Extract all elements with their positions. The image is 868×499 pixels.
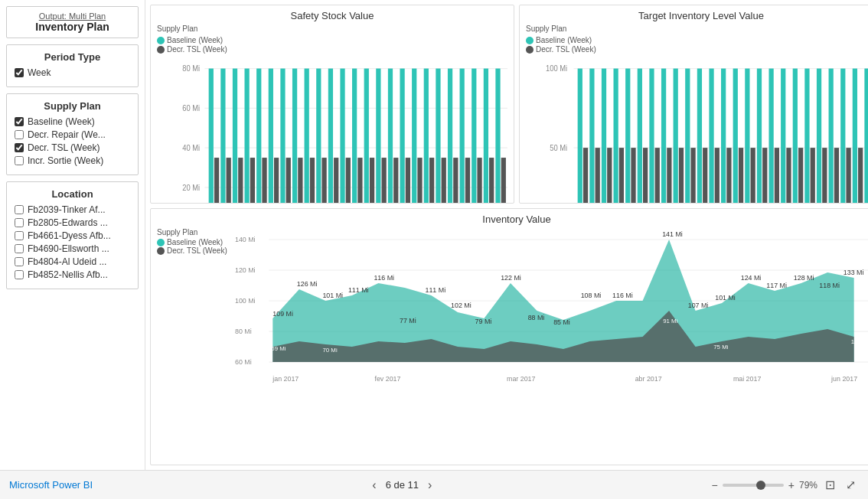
svg-rect-57 — [489, 158, 494, 204]
period-week-checkbox[interactable] — [15, 68, 24, 77]
supply-baseline-checkbox[interactable] — [15, 117, 24, 126]
zoom-minus-icon[interactable]: − — [712, 479, 718, 491]
svg-text:116 Mi: 116 Mi — [612, 292, 633, 299]
target-tsl-dot — [526, 46, 534, 54]
svg-rect-77 — [625, 69, 630, 204]
svg-text:100 Mi: 100 Mi — [546, 63, 567, 73]
svg-rect-89 — [697, 69, 702, 204]
svg-rect-80 — [643, 148, 648, 204]
svg-text:102 Mi: 102 Mi — [451, 302, 472, 309]
svg-rect-81 — [649, 69, 654, 204]
svg-rect-35 — [357, 158, 362, 204]
location-options: Fb2039-Tinker Af... Fb2805-Edwards ... F… — [15, 204, 130, 280]
svg-text:101 Mi: 101 Mi — [322, 292, 343, 299]
loc-edwards-checkbox[interactable] — [15, 218, 24, 227]
prev-page-button[interactable]: ‹ — [369, 478, 379, 492]
svg-rect-50 — [448, 69, 452, 204]
supply-repair-checkbox[interactable] — [15, 130, 24, 139]
svg-rect-84 — [667, 148, 671, 204]
supply-tsl-option[interactable]: Decr. TSL (Week) — [15, 142, 130, 153]
target-baseline-dot — [526, 37, 534, 44]
svg-rect-18 — [256, 69, 261, 204]
zoom-plus-icon[interactable]: + — [788, 479, 795, 491]
inv-legend-baseline: Baseline (Week) — [157, 238, 227, 246]
inv-legend-tsl: Decr. TSL (Week) — [157, 246, 227, 255]
fit-page-button[interactable]: ⊡ — [822, 476, 838, 494]
zoom-slider[interactable] — [723, 484, 784, 487]
loc-ellsworth-checkbox[interactable] — [15, 244, 24, 253]
svg-rect-56 — [484, 69, 488, 204]
supply-tsl-checkbox[interactable] — [15, 143, 24, 152]
zoom-controls: − + 79% ⊡ ⤢ — [712, 476, 859, 494]
output-label: Output: Multi Plan — [15, 11, 130, 21]
svg-rect-42 — [400, 69, 404, 204]
supply-sortie-checkbox[interactable] — [15, 156, 24, 165]
svg-rect-100 — [762, 148, 767, 204]
output-title: Inventory Plan — [15, 21, 130, 33]
svg-rect-86 — [679, 148, 684, 204]
svg-text:80 Mi: 80 Mi — [235, 328, 252, 335]
loc-ellsworth-option[interactable]: Fb4690-Ellsworth ... — [15, 243, 130, 254]
svg-rect-25 — [298, 158, 302, 204]
svg-rect-106 — [798, 148, 803, 204]
loc-edwards-option[interactable]: Fb2805-Edwards ... — [15, 217, 130, 228]
loc-nellis-checkbox[interactable] — [15, 270, 24, 279]
supply-baseline-option[interactable]: Baseline (Week) — [15, 116, 130, 127]
svg-rect-98 — [751, 148, 755, 204]
supply-repair-option[interactable]: Decr. Repair (We... — [15, 129, 130, 140]
svg-text:85 Mi: 85 Mi — [553, 318, 570, 326]
svg-text:109 Mi: 109 Mi — [272, 310, 293, 318]
loc-udeid-option[interactable]: Fb4804-Al Udeid ... — [15, 256, 130, 267]
target-baseline-label: Baseline (Week) — [536, 36, 592, 44]
period-type-title: Period Type — [15, 51, 130, 63]
svg-rect-117 — [864, 69, 868, 204]
powerbi-link[interactable]: Microsoft Power BI — [9, 479, 93, 491]
fullscreen-button[interactable]: ⤢ — [843, 476, 859, 494]
loc-udeid-checkbox[interactable] — [15, 257, 24, 266]
svg-rect-111 — [829, 69, 834, 204]
svg-rect-103 — [781, 69, 785, 204]
svg-text:111 Mi: 111 Mi — [425, 286, 445, 294]
svg-text:124 Mi: 124 Mi — [740, 274, 761, 282]
period-week-option[interactable]: Week — [15, 67, 130, 78]
loc-dyess-option[interactable]: Fb4661-Dyess Afb... — [15, 230, 130, 241]
inv-tsl-label: Decr. TSL (Week) — [167, 246, 227, 255]
target-inventory-chart: Target Inventory Level Value Supply Plan… — [519, 5, 868, 204]
svg-rect-11 — [214, 158, 219, 204]
inventory-value-svg: 140 Mi 120 Mi 100 Mi 80 Mi 60 Mi — [235, 228, 868, 396]
svg-text:79 Mi: 79 Mi — [475, 318, 491, 325]
svg-text:88 Mi: 88 Mi — [527, 314, 544, 321]
inv-baseline-label: Baseline (Week) — [167, 238, 223, 246]
svg-rect-40 — [388, 69, 393, 204]
loc-nellis-option[interactable]: Fb4852-Nellis Afb... — [15, 269, 130, 280]
svg-rect-101 — [768, 69, 773, 204]
svg-text:jan 2017: jan 2017 — [272, 375, 299, 383]
svg-rect-36 — [364, 69, 369, 204]
svg-text:126 Mi: 126 Mi — [297, 280, 318, 288]
target-inventory-svg: 100 Mi 50 Mi 0 Mi — [526, 57, 868, 204]
svg-text:101 Mi: 101 Mi — [850, 338, 868, 345]
svg-rect-71 — [589, 69, 594, 204]
safety-stock-supply-label: Supply Plan — [157, 24, 197, 33]
next-page-button[interactable]: › — [425, 478, 435, 492]
target-inventory-title: Target Inventory Level Value — [526, 10, 868, 21]
svg-text:116 Mi: 116 Mi — [374, 274, 394, 282]
svg-text:60 Mi: 60 Mi — [182, 103, 200, 113]
svg-text:133 Mi: 133 Mi — [844, 269, 864, 276]
svg-rect-70 — [583, 148, 588, 204]
nav-controls: ‹ 6 de 11 › — [369, 478, 435, 492]
loc-tinker-checkbox[interactable] — [15, 205, 24, 214]
svg-rect-82 — [655, 148, 660, 204]
svg-text:jun 2017: jun 2017 — [830, 375, 857, 383]
svg-text:mar 2017: mar 2017 — [507, 375, 535, 383]
safety-legend-baseline: Baseline (Week) — [157, 36, 507, 44]
svg-rect-114 — [846, 148, 850, 204]
loc-tinker-option[interactable]: Fb2039-Tinker Af... — [15, 204, 130, 215]
supply-sortie-option[interactable]: Incr. Sortie (Week) — [15, 155, 130, 166]
svg-rect-41 — [393, 158, 398, 204]
svg-text:69 Mi: 69 Mi — [271, 345, 286, 352]
svg-rect-21 — [274, 158, 279, 204]
svg-rect-59 — [501, 158, 506, 204]
loc-dyess-checkbox[interactable] — [15, 231, 24, 240]
svg-rect-107 — [804, 69, 809, 204]
